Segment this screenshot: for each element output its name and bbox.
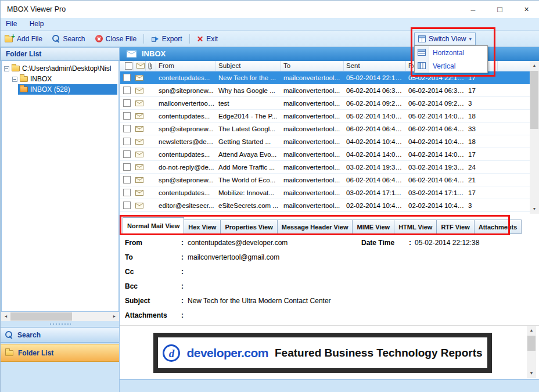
- minimize-button[interactable]: –: [460, 1, 486, 18]
- menu-help[interactable]: Help: [24, 18, 49, 30]
- exit-button[interactable]: Exit: [193, 31, 222, 46]
- tab-rtf-view[interactable]: RTF View: [437, 220, 474, 234]
- mail-icon: [135, 139, 143, 145]
- menu-file[interactable]: File: [1, 18, 22, 30]
- folder-icon: [12, 66, 20, 71]
- mail-row[interactable]: contentupdates... Attend Avaya Evo... ma…: [120, 148, 530, 161]
- header-mail-icon[interactable]: [134, 61, 146, 71]
- tree-item-inbox-selected[interactable]: INBOX (528): [18, 84, 117, 95]
- mail-row[interactable]: newsletters@dev... Getting Started ... m…: [120, 135, 530, 148]
- scroll-up-icon[interactable]: ▲: [527, 326, 536, 335]
- tab-html-view[interactable]: HTML View: [394, 220, 437, 234]
- cell-from: do-not-reply@de...: [156, 161, 215, 174]
- preview-row-cc: Cc :: [120, 266, 527, 278]
- tree-horizontal-scrollbar[interactable]: ◄ ►: [1, 312, 119, 321]
- row-checkbox[interactable]: [123, 138, 131, 145]
- row-checkbox[interactable]: [123, 163, 131, 171]
- header-attachment-column[interactable]: [146, 61, 156, 71]
- collapse-icon[interactable]: [4, 66, 9, 71]
- accordion-folder-list[interactable]: Folder List: [1, 344, 120, 362]
- collapse-icon[interactable]: [12, 77, 17, 82]
- header-subject[interactable]: Subject: [216, 61, 281, 71]
- tab-properties-view[interactable]: Properties View: [221, 220, 277, 234]
- logo-text: developer.com: [186, 346, 268, 360]
- scrollbar-thumb[interactable]: [10, 312, 72, 321]
- scroll-left-icon[interactable]: ◄: [1, 312, 10, 321]
- mail-icon: [127, 51, 136, 57]
- cell-to: mailconvertertool...: [281, 123, 343, 135]
- header-sent[interactable]: Sent: [344, 61, 406, 71]
- mail-row[interactable]: mailconvertertool... test mailconvertert…: [120, 97, 530, 110]
- cell-size: 17: [466, 84, 492, 97]
- cell-size: 17: [466, 71, 492, 84]
- row-checkbox[interactable]: [123, 189, 131, 196]
- add-file-button[interactable]: Add File: [1, 31, 46, 46]
- menu-item-vertical[interactable]: Vertical: [415, 59, 487, 73]
- cell-subject: The Latest Googl...: [216, 123, 280, 135]
- tab-message-header-view[interactable]: Message Header View: [278, 220, 353, 234]
- scroll-down-icon[interactable]: ▼: [527, 369, 536, 378]
- switch-view-button[interactable]: Switch View ▾: [414, 33, 476, 45]
- row-checkbox[interactable]: [123, 74, 131, 81]
- email-banner[interactable]: d developer.com Featured Business Techno…: [153, 333, 492, 373]
- scrollbar-thumb[interactable]: [530, 71, 538, 129]
- tree-item-root[interactable]: C:\Users\admin\Desktop\Nisl: [4, 63, 118, 74]
- banner-content: d developer.com Featured Business Techno…: [158, 337, 487, 368]
- scroll-up-icon[interactable]: ▲: [530, 61, 539, 70]
- close-file-button[interactable]: Close File: [91, 31, 141, 46]
- accordion-search[interactable]: Search: [1, 327, 120, 343]
- subject-label: Subject: [125, 295, 150, 307]
- header-select-all[interactable]: [120, 61, 134, 71]
- checkbox[interactable]: [125, 62, 132, 70]
- menu-item-horizontal[interactable]: Horizontal: [415, 46, 487, 59]
- mail-row[interactable]: editor@esitesecr... eSiteSecrets.com ...…: [120, 199, 530, 212]
- panel-splitter[interactable]: [1, 321, 119, 327]
- cell-subject: Add More Traffic ...: [216, 161, 280, 174]
- header-to[interactable]: To: [281, 61, 344, 71]
- cell-size: 24: [466, 161, 492, 174]
- row-checkbox[interactable]: [123, 202, 131, 209]
- tab-hex-view[interactable]: Hex View: [184, 220, 221, 234]
- mail-row[interactable]: contentupdates... Mobilize: Innovat... m…: [120, 186, 530, 199]
- mail-row-selected[interactable]: contentupdates... New Tech for the ... m…: [120, 71, 530, 84]
- row-checkbox[interactable]: [123, 176, 131, 184]
- from-value: contentupdates@developer.com: [188, 237, 288, 249]
- mail-row[interactable]: spn@sitepronew... The Latest Googl... ma…: [120, 123, 530, 135]
- mail-row[interactable]: spn@sitepronew... Why has Google ... mai…: [120, 84, 530, 97]
- scroll-down-icon[interactable]: ▼: [530, 204, 539, 214]
- title-bar: MBOX Viewer Pro – □ ×: [1, 1, 539, 18]
- row-checkbox[interactable]: [123, 87, 131, 94]
- preview-scrollbar[interactable]: ▲ ▼: [527, 326, 536, 378]
- mail-row[interactable]: do-not-reply@de... Add More Traffic ... …: [120, 161, 530, 174]
- tab-normal-mail-view[interactable]: Normal Mail View: [123, 217, 184, 234]
- cell-to: mailconvertertool...: [281, 97, 343, 110]
- cell-sent: 02-02-2014 10:42:19: [344, 199, 405, 212]
- html-body-preview: d developer.com Featured Business Techno…: [120, 325, 539, 379]
- mail-row[interactable]: spn@sitepronew... The World of Eco... ma…: [120, 174, 530, 186]
- maximize-button[interactable]: □: [487, 1, 513, 18]
- scrollbar-thumb[interactable]: [527, 336, 536, 351]
- mail-list: contentupdates... New Tech for the ... m…: [120, 71, 530, 214]
- folder-icon: [5, 350, 13, 356]
- tab-attachments[interactable]: Attachments: [475, 220, 522, 234]
- cell-sent: 03-02-2014 19:36:42: [344, 161, 405, 174]
- row-checkbox[interactable]: [123, 125, 131, 132]
- row-checkbox[interactable]: [123, 150, 131, 158]
- mail-row[interactable]: contentupdates... Edge2014 - The P... ma…: [120, 110, 530, 123]
- scroll-right-icon[interactable]: ►: [110, 312, 119, 321]
- tab-mime-view[interactable]: MIME View: [353, 220, 394, 234]
- cell-sent: 05-02-2014 22:12:38: [344, 71, 405, 84]
- row-checkbox[interactable]: [123, 99, 131, 107]
- close-file-icon: [95, 35, 103, 42]
- banner-text: Featured Business Technology Reports: [275, 347, 483, 359]
- row-checkbox[interactable]: [123, 112, 131, 120]
- cell-sent: 03-02-2014 17:11:10: [344, 186, 405, 199]
- cell-from: newsletters@dev...: [156, 135, 215, 148]
- header-from[interactable]: From: [156, 61, 216, 71]
- search-button[interactable]: Search: [48, 31, 89, 46]
- mail-list-scrollbar[interactable]: ▲ ▼: [530, 61, 539, 214]
- exit-label: Exit: [206, 35, 218, 43]
- tree-item-inbox[interactable]: INBOX: [12, 74, 118, 84]
- close-button[interactable]: ×: [513, 1, 539, 18]
- export-button[interactable]: Export: [148, 31, 186, 46]
